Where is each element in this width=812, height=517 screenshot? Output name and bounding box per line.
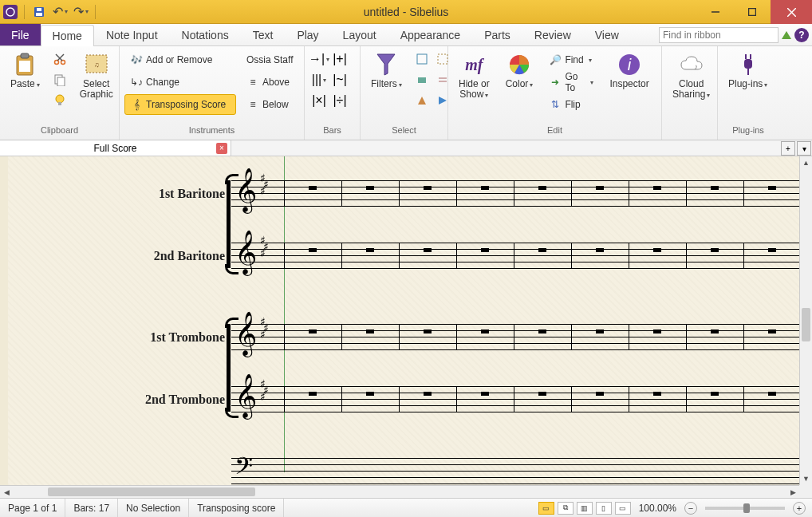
whole-rest[interactable]: [481, 330, 489, 333]
help-icon[interactable]: ?: [794, 28, 809, 42]
scroll-thumb[interactable]: [48, 487, 255, 496]
whole-rest[interactable]: [653, 248, 661, 252]
whole-rest[interactable]: [481, 392, 489, 396]
minimize-button[interactable]: [697, 0, 734, 24]
find-button[interactable]: 🔎Find: [543, 49, 599, 70]
whole-rest[interactable]: [424, 248, 432, 252]
copy-icon[interactable]: [50, 70, 69, 89]
scroll-right-icon[interactable]: ▶: [786, 486, 799, 498]
whole-rest[interactable]: [768, 186, 776, 190]
tab-text[interactable]: Text: [241, 24, 286, 45]
whole-rest[interactable]: [366, 330, 374, 333]
whole-rest[interactable]: [711, 248, 719, 252]
whole-rest[interactable]: [481, 248, 489, 252]
zoom-in-icon[interactable]: +: [793, 502, 806, 515]
staff[interactable]: 𝄞♯ ♯♯: [231, 243, 799, 268]
view-spread-icon[interactable]: ⧉: [558, 502, 574, 515]
whole-rest[interactable]: [424, 330, 432, 333]
whole-rest[interactable]: [309, 330, 317, 333]
whole-rest[interactable]: [538, 186, 546, 190]
filters-button[interactable]: Filters: [365, 49, 408, 93]
paste-button[interactable]: Paste: [5, 49, 45, 93]
staff[interactable]: 𝄞♯ ♯♯: [231, 386, 799, 412]
new-tab-icon[interactable]: +: [781, 141, 795, 156]
whole-rest[interactable]: [366, 248, 374, 252]
whole-rest[interactable]: [596, 248, 604, 252]
staff[interactable]: 𝄞♯ ♯♯: [231, 180, 799, 206]
tab-view[interactable]: View: [583, 24, 631, 45]
add-bars-icon[interactable]: |||: [309, 70, 329, 89]
status-page[interactable]: Page 1 of 1: [0, 499, 65, 517]
staff[interactable]: 𝄢: [231, 458, 799, 483]
whole-rest[interactable]: [309, 248, 317, 252]
vertical-scrollbar[interactable]: ▲ ▼: [799, 156, 812, 485]
tab-appearance[interactable]: Appearance: [388, 24, 473, 45]
idea-icon[interactable]: [50, 91, 69, 110]
collapse-ribbon-icon[interactable]: [782, 31, 791, 39]
hide-show-button[interactable]: mf Hide or Show: [453, 49, 495, 103]
whole-rest[interactable]: [309, 186, 317, 190]
whole-rest[interactable]: [653, 186, 661, 190]
add-bar-icon[interactable]: |+|: [330, 49, 349, 69]
select-graphic-button[interactable]: ♫ Select Graphic: [74, 49, 119, 102]
ribbon-search-input[interactable]: [659, 27, 778, 43]
tab-home[interactable]: Home: [41, 25, 94, 46]
whole-rest[interactable]: [596, 186, 604, 190]
add-bar-end-icon[interactable]: →|: [309, 49, 329, 69]
select-all-icon[interactable]: [412, 49, 432, 69]
scroll-thumb[interactable]: [802, 308, 810, 341]
whole-rest[interactable]: [768, 392, 776, 396]
status-bars[interactable]: Bars: 17: [65, 499, 118, 517]
view-single-icon[interactable]: ▭: [538, 502, 554, 515]
file-menu[interactable]: File: [0, 24, 41, 45]
split-bar-icon[interactable]: |÷|: [330, 91, 349, 110]
scroll-down-icon[interactable]: ▼: [800, 472, 812, 485]
delete-bar-icon[interactable]: |×|: [309, 91, 329, 110]
whole-rest[interactable]: [538, 248, 546, 252]
tab-layout[interactable]: Layout: [331, 24, 388, 45]
flip-button[interactable]: ⇅Flip: [543, 94, 599, 115]
whole-rest[interactable]: [653, 330, 661, 333]
scroll-left-icon[interactable]: ◀: [0, 486, 13, 498]
horizontal-scrollbar[interactable]: ◀ ▶: [0, 485, 799, 498]
whole-rest[interactable]: [596, 392, 604, 396]
change-button[interactable]: ↳♪Change: [124, 72, 236, 93]
irregular-bar-icon[interactable]: |~|: [330, 70, 349, 89]
undo-icon[interactable]: ↶: [52, 4, 68, 20]
redo-icon[interactable]: ↷: [73, 4, 89, 20]
whole-rest[interactable]: [309, 392, 317, 396]
whole-rest[interactable]: [653, 392, 661, 396]
tab-play[interactable]: Play: [285, 24, 330, 45]
ossia-above-button[interactable]: ≡Above: [241, 72, 298, 93]
ossia-below-button[interactable]: ≡Below: [241, 94, 298, 115]
maximize-button[interactable]: [734, 0, 771, 24]
plugins-button[interactable]: Plug-ins: [723, 49, 773, 93]
whole-rest[interactable]: [424, 392, 432, 396]
cloud-sharing-button[interactable]: ♪ Cloud Sharing: [667, 49, 715, 103]
view-panorama-icon[interactable]: ▭: [615, 502, 631, 515]
tab-note-input[interactable]: Note Input: [94, 24, 170, 45]
tab-review[interactable]: Review: [522, 24, 583, 45]
whole-rest[interactable]: [596, 330, 604, 333]
zoom-out-icon[interactable]: −: [684, 502, 697, 515]
whole-rest[interactable]: [366, 392, 374, 396]
staff[interactable]: 𝄞♯ ♯♯: [231, 324, 799, 349]
whole-rest[interactable]: [538, 392, 546, 396]
whole-rest[interactable]: [538, 330, 546, 333]
close-tab-icon[interactable]: ×: [216, 143, 227, 154]
whole-rest[interactable]: [481, 186, 489, 190]
tab-notations[interactable]: Notations: [170, 24, 241, 45]
select-bars-icon[interactable]: [412, 70, 432, 89]
doc-tab-fullscore[interactable]: Full Score ×: [0, 140, 231, 156]
tab-menu-icon[interactable]: ▾: [797, 141, 811, 156]
view-pages-icon[interactable]: ▥: [577, 502, 593, 515]
zoom-slider[interactable]: [705, 507, 785, 510]
inspector-button[interactable]: i Inspector: [604, 49, 654, 92]
whole-rest[interactable]: [768, 248, 776, 252]
add-remove-button[interactable]: 🎶Add or Remove: [124, 49, 236, 70]
whole-rest[interactable]: [768, 330, 776, 333]
whole-rest[interactable]: [366, 186, 374, 190]
transposing-score-button[interactable]: 𝄞Transposing Score: [124, 94, 236, 115]
view-vertical-icon[interactable]: ▯: [596, 502, 612, 515]
score-canvas[interactable]: 1st Baritone𝄞♯ ♯♯2nd Baritone𝄞♯ ♯♯1st Tr…: [0, 156, 812, 498]
